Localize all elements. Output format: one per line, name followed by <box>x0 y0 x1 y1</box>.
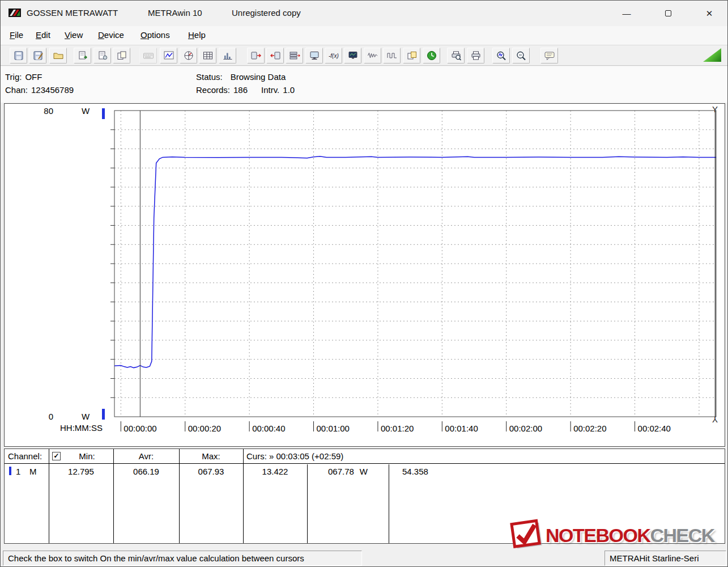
chan-value: 123456789 <box>31 85 74 95</box>
print-button[interactable] <box>467 48 484 64</box>
trigger-channel-info: Trig:OFF Chan:123456789 <box>5 70 74 96</box>
noise-button[interactable] <box>364 48 381 64</box>
titlebar-product-name: METRAwin 10 <box>148 8 202 18</box>
table-divider <box>243 449 244 543</box>
menu-edit[interactable]: Edit <box>36 30 50 40</box>
toolbar <box>1 45 727 66</box>
trend-chart-panel: 80 W 0 W 00:00:0000:00:2000:00:4000:01:0… <box>4 103 725 447</box>
trend-chart-icon <box>163 50 174 61</box>
table-view-icon <box>202 50 214 61</box>
histogram-button[interactable] <box>219 48 236 64</box>
status-value: Browsing Data <box>231 72 286 82</box>
device-download-button[interactable] <box>247 48 265 64</box>
device-display-button[interactable] <box>344 48 361 64</box>
table-divider <box>179 449 180 543</box>
cursor2-handle-top[interactable]: Y <box>709 104 721 114</box>
numeric-display-button[interactable] <box>139 48 157 64</box>
svg-text:00:02:00: 00:02:00 <box>509 424 542 433</box>
records-label: Records: <box>196 85 230 95</box>
status-hint: Check the box to switch On the min/avr/m… <box>3 551 362 566</box>
svg-text:00:02:40: 00:02:40 <box>638 424 671 433</box>
max-header: Max: <box>179 451 243 461</box>
zoom-value-icon <box>516 50 527 61</box>
device-name: METRAHit Starline-Seri <box>604 551 726 566</box>
zoom-value-button[interactable] <box>512 48 530 64</box>
print-preview-icon <box>450 50 462 61</box>
device-monitor-button[interactable] <box>305 48 323 64</box>
annotation-icon <box>544 50 555 61</box>
delta-value: 54.358 <box>402 467 428 476</box>
save-button[interactable] <box>10 48 27 64</box>
square-wave-icon <box>386 50 398 61</box>
intrv-value: 1.0 <box>283 85 295 95</box>
device-list-button[interactable] <box>286 48 303 64</box>
min-header: Min: <box>61 451 113 461</box>
device-download-icon <box>250 50 262 61</box>
menu-view[interactable]: View <box>65 30 83 40</box>
status-label: Status: <box>196 72 223 82</box>
save-as-button[interactable] <box>29 48 46 64</box>
svg-text:00:00:20: 00:00:20 <box>188 424 221 433</box>
maximize-button[interactable] <box>655 1 681 26</box>
trend-chart-button[interactable] <box>160 48 177 64</box>
formula-button[interactable] <box>325 48 342 64</box>
cursor2-handle-bottom[interactable]: Y <box>709 415 721 425</box>
metrawin-window: GOSSEN METRAWATT METRAwin 10 Unregistere… <box>0 0 728 567</box>
svg-text:00:01:00: 00:01:00 <box>317 424 350 433</box>
watermark-text-gray: CHECK <box>650 524 714 547</box>
noise-wave-icon <box>367 50 378 61</box>
trend-plot[interactable]: 00:00:0000:00:2000:00:4000:01:0000:01:20… <box>5 104 725 446</box>
timer-button[interactable] <box>423 48 440 64</box>
print-preview-button[interactable] <box>447 48 465 64</box>
minmax-checkbox[interactable]: ✓ <box>52 452 61 460</box>
svg-text:00:00:40: 00:00:40 <box>252 424 285 433</box>
close-button[interactable]: ✕ <box>696 1 722 26</box>
open-button[interactable] <box>49 48 67 64</box>
copy-doc-button[interactable] <box>113 48 130 64</box>
cursor2-value: 067.78W <box>307 467 389 476</box>
device-list-icon <box>289 50 300 61</box>
watermark-text-red: NOTEBOOK <box>546 524 650 547</box>
analog-meter-icon <box>183 50 194 61</box>
device-upload-button[interactable] <box>266 48 284 64</box>
channel-header: Channel: <box>8 451 42 461</box>
svg-text:00:02:20: 00:02:20 <box>573 424 606 433</box>
menu-help[interactable]: Help <box>188 30 206 40</box>
intrv-label: Intrv. <box>261 85 279 95</box>
trig-value: OFF <box>25 72 42 82</box>
menu-options[interactable]: Options <box>141 30 170 40</box>
notebookcheck-watermark: NOTEBOOK CHECK <box>508 518 714 553</box>
channels-copy-icon <box>406 50 418 61</box>
annotation-button[interactable] <box>540 48 558 64</box>
device-monitor-icon <box>309 50 320 61</box>
svg-text:00:01:40: 00:01:40 <box>445 424 478 433</box>
channels-copy-button[interactable] <box>403 48 420 64</box>
numeric-display-icon <box>143 50 154 61</box>
close-icon: ✕ <box>706 9 713 19</box>
open-folder-icon <box>53 50 64 61</box>
cursor2-number: 067.78 <box>328 467 354 476</box>
analog-meter-button[interactable] <box>180 48 197 64</box>
table-view-button[interactable] <box>199 48 216 64</box>
menu-file[interactable]: File <box>10 30 23 40</box>
menubar: File Edit View Device Options Help <box>1 26 727 45</box>
svg-text:00:00:00: 00:00:00 <box>124 424 156 433</box>
minimize-button[interactable]: — <box>614 1 640 26</box>
channel-row: 1 M 12.795 066.19 067.93 13.422 067.78W … <box>5 464 725 478</box>
square-wave-button[interactable] <box>383 48 401 64</box>
zoom-time-icon <box>496 50 507 61</box>
channel-mode: M <box>29 467 37 476</box>
table-divider <box>49 449 49 543</box>
zoom-time-button[interactable] <box>492 48 510 64</box>
status-records-info: Status:Browsing Data Records:186Intrv.1.… <box>196 70 295 96</box>
doc-copy-icon <box>116 50 127 61</box>
maximize-icon <box>665 10 671 16</box>
cursor-header: Curs: » 00:03:05 (+02:59) <box>246 451 343 461</box>
export-button[interactable] <box>74 48 91 64</box>
chan-label: Chan: <box>5 85 28 95</box>
doc-settings-button[interactable] <box>93 48 111 64</box>
x-axis-format-label: HH:MM:SS <box>60 423 103 433</box>
svg-text:00:01:20: 00:01:20 <box>381 424 414 433</box>
menu-device[interactable]: Device <box>98 30 124 40</box>
doc-export-icon <box>77 50 88 61</box>
